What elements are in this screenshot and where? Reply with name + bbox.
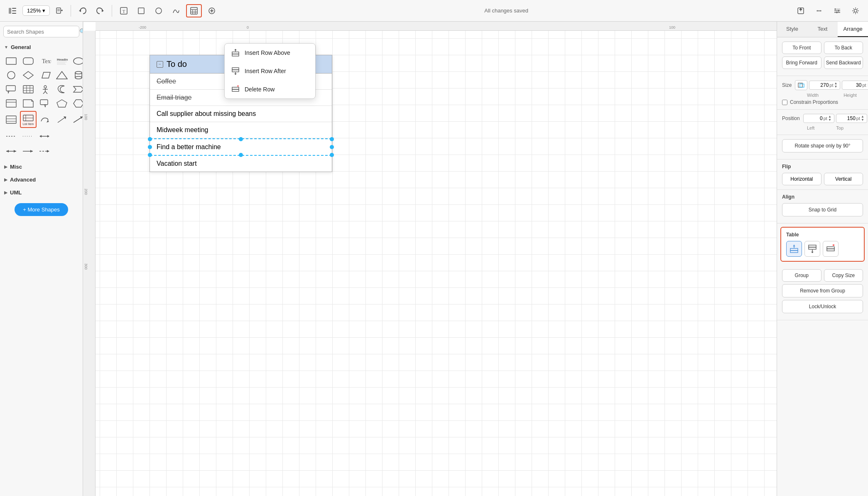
shape-circle[interactable] [3,69,19,82]
shape-pentagon[interactable] [54,97,70,110]
shape-parallelogram[interactable] [37,69,53,82]
top-input[interactable] [839,115,856,121]
svg-marker-53 [56,71,67,79]
to-back-btn[interactable]: To Back [824,42,863,54]
height-input[interactable] [845,82,861,88]
search-input[interactable] [7,29,77,35]
rotate-btn[interactable]: Rotate shape only by 90° [782,139,863,152]
svg-rect-3 [12,13,16,14]
shape-callout[interactable] [3,83,19,96]
table-tool-btn[interactable] [186,4,202,17]
shape-dash-arrow[interactable] [37,145,52,158]
shape-callout-right[interactable] [37,97,53,110]
to-front-btn[interactable]: To Front [782,42,821,54]
snap-to-grid-btn[interactable]: Snap to Grid [782,203,863,216]
share-btn[interactable] [793,5,808,17]
svg-marker-87 [47,120,49,123]
todo-row-meeting[interactable]: Midweek meeting [150,122,332,138]
zoom-selector[interactable]: 125% ▾ [22,5,50,16]
section-uml-header[interactable]: ▶ UML [0,187,83,198]
shape-arrow-right[interactable] [71,111,83,128]
shape-diamond[interactable] [20,69,37,82]
menu-insert-row-above-label: Insert Row Above [245,49,290,56]
bring-forward-btn[interactable]: Bring Forward [782,56,821,69]
text-tool-btn[interactable]: T [116,5,131,17]
todo-row-vacation[interactable]: Vacation start [150,156,332,172]
shape-note[interactable] [20,97,37,110]
shape-rect[interactable] [3,54,19,68]
shape-chevron[interactable] [71,83,83,96]
shape-table[interactable] [20,83,37,96]
add-page-btn[interactable] [52,5,66,17]
svg-marker-111 [234,74,237,75]
constrain-checkbox[interactable] [782,100,787,105]
menu-insert-row-after[interactable]: Insert Row After [225,62,315,80]
shape-card[interactable] [3,97,19,110]
shape-tool-btn[interactable] [134,5,149,17]
sun-btn[interactable] [848,5,863,17]
constrain-label: Constrain Proportions [790,99,838,105]
insert-tool-btn[interactable] [204,5,219,17]
shape-diagonal-arrow[interactable] [54,111,70,128]
align-section: Align Snap to Grid [777,190,868,223]
insert-row-after-icon [231,67,240,75]
tab-style[interactable]: Style [777,22,807,37]
section-advanced-header[interactable]: ▶ Advanced [0,174,83,185]
search-box[interactable]: 🔍 [3,26,79,37]
flip-v-btn[interactable]: Vertical [824,173,863,185]
table-insert-row-after-btn[interactable] [804,241,820,257]
path-tool-btn[interactable] [169,5,184,17]
shape-triangle[interactable] [54,69,70,82]
shape-ellipse[interactable] [71,54,83,68]
collapse-icon[interactable]: − [157,61,163,68]
svg-rect-1 [12,8,16,9]
width-input[interactable] [812,82,829,88]
shape-person[interactable] [37,83,53,96]
extras-btn[interactable] [812,5,826,17]
menu-delete-row[interactable]: Delete Row [225,80,315,98]
sidebar-toggle-btn[interactable] [5,5,20,16]
shape-text[interactable]: Text [37,54,53,68]
tab-text[interactable]: Text [807,22,838,37]
remove-from-group-btn[interactable]: Remove from Group [782,284,863,297]
search-icon: 🔍 [79,28,83,35]
svg-rect-122 [809,247,816,249]
tab-arrange[interactable]: Arrange [838,22,868,37]
divider-2 [112,5,112,17]
shape-list-item[interactable]: List Item [20,111,37,128]
settings-btn[interactable] [830,5,845,17]
shape-dotted-line[interactable] [3,130,19,143]
left-input[interactable] [806,115,823,121]
flip-h-btn[interactable]: Horizontal [782,173,821,185]
section-misc-header[interactable]: ▶ Misc [0,161,83,172]
todo-row-machine[interactable]: Find a better machine [150,138,332,156]
canvas-area[interactable]: -200 0 100 100 200 300 − To do Coffee [83,22,777,496]
todo-row-call[interactable]: Call supplier about missing beans [150,106,332,122]
shape-heading[interactable]: Heading [54,54,70,68]
shape-line-arrow[interactable] [20,145,36,158]
shape-dotted-line2[interactable] [20,130,36,143]
shape-cylinder[interactable] [71,69,83,82]
svg-rect-109 [232,70,239,72]
shape-crescent[interactable] [54,83,70,96]
table-delete-row-btn[interactable] [823,241,839,257]
section-general-header[interactable]: ▼ General [0,42,83,53]
shape-double-arrow[interactable] [37,130,52,143]
shape-hexagon[interactable] [71,97,83,110]
shape-list-icon[interactable] [3,111,19,128]
lock-unlock-btn[interactable]: Lock/Unlock [782,300,863,313]
undo-btn[interactable] [75,5,90,17]
group-btn[interactable]: Group [782,269,821,282]
shape-double-arrow2[interactable] [3,145,19,158]
table-insert-row-above-btn[interactable] [786,241,802,257]
copy-size-btn[interactable]: Copy Size [824,269,863,282]
menu-insert-row-above[interactable]: Insert Row Above [225,44,315,62]
more-shapes-btn[interactable]: + More Shapes [15,203,68,216]
redo-btn[interactable] [93,5,108,17]
svg-marker-95 [39,135,42,138]
section-uml: ▶ UML [0,187,83,198]
shape-rounded-rect[interactable] [20,54,37,68]
shape-curved-arrow[interactable] [37,111,53,128]
comment-tool-btn[interactable] [151,5,166,17]
send-backward-btn[interactable]: Send Backward [824,56,863,69]
